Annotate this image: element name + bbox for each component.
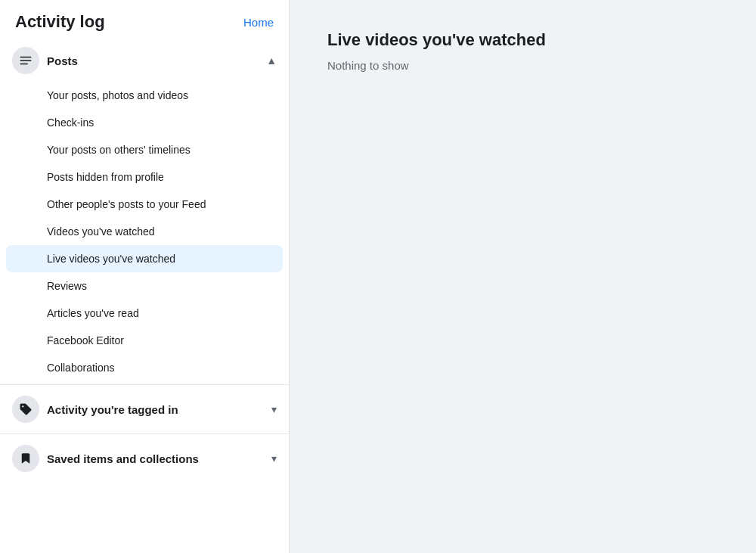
sidebar-item-posts-hidden[interactable]: Posts hidden from profile xyxy=(0,163,289,191)
posts-chevron: ▲ xyxy=(266,54,277,67)
svg-point-3 xyxy=(22,405,23,407)
home-link[interactable]: Home xyxy=(243,16,274,29)
sidebar-item-reviews[interactable]: Reviews xyxy=(0,272,289,300)
content-title: Live videos you've watched xyxy=(327,30,718,50)
posts-section-label: Posts xyxy=(47,54,78,67)
sidebar-item-videos-watched[interactable]: Videos you've watched xyxy=(0,218,289,245)
sidebar-item-collaborations[interactable]: Collaborations xyxy=(0,354,289,381)
separator-2 xyxy=(0,433,289,434)
sidebar-item-articles[interactable]: Articles you've read xyxy=(0,300,289,327)
saved-section-label: Saved items and collections xyxy=(47,452,199,465)
sidebar-item-other-people-posts[interactable]: Other people's posts to your Feed xyxy=(0,191,289,218)
sidebar-item-check-ins[interactable]: Check-ins xyxy=(0,109,289,136)
page-title: Activity log xyxy=(15,12,105,32)
saved-section-left: Saved items and collections xyxy=(12,445,199,472)
tagged-section-label: Activity you're tagged in xyxy=(47,403,178,416)
sidebar-item-facebook-editor[interactable]: Facebook Editor xyxy=(0,327,289,354)
posts-icon xyxy=(12,47,39,74)
tagged-section-left: Activity you're tagged in xyxy=(12,396,178,423)
tagged-section-header[interactable]: Activity you're tagged in ▾ xyxy=(0,388,289,430)
sidebar-item-live-videos[interactable]: Live videos you've watched xyxy=(6,245,283,272)
posts-section-header[interactable]: Posts ▲ xyxy=(0,39,289,82)
saved-chevron: ▾ xyxy=(271,452,277,464)
tagged-chevron: ▾ xyxy=(271,403,277,415)
content-area: Live videos you've watched Nothing to sh… xyxy=(290,0,756,553)
main-layout: Activity log Home Posts ▲ Your posts, ph… xyxy=(0,0,756,553)
sidebar-item-posts-on-others[interactable]: Your posts on others' timelines xyxy=(0,136,289,163)
content-empty-message: Nothing to show xyxy=(327,59,718,72)
sidebar: Activity log Home Posts ▲ Your posts, ph… xyxy=(0,0,290,553)
separator-1 xyxy=(0,384,289,385)
saved-section-header[interactable]: Saved items and collections ▾ xyxy=(0,437,289,480)
tagged-icon xyxy=(12,396,39,423)
saved-icon xyxy=(12,445,39,472)
sidebar-item-your-posts[interactable]: Your posts, photos and videos xyxy=(0,82,289,109)
sidebar-header: Activity log Home xyxy=(0,0,289,39)
posts-section-left: Posts xyxy=(12,47,78,74)
